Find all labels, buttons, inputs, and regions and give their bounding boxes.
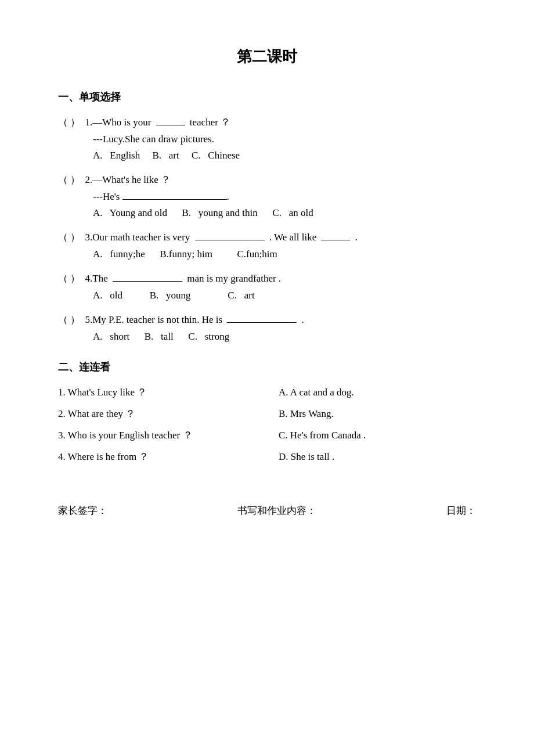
q2-options: A. Young and old B. young and thin C. an… [93,207,476,219]
match-item-2: 2. What are they ？ B. Mrs Wang. [58,407,476,420]
match-right-3: C. He's from Canada . [279,430,476,441]
question-2-stem: （ ） 2.—What's he like ？ [58,173,476,186]
page-title: 第二课时 [58,46,476,67]
q4-blank[interactable] [113,281,182,282]
q3-text3: . [352,232,358,243]
worksheet-footer: 家长签字： 书写和作业内容： 日期： [58,498,476,517]
q1-paren: （ ） [58,116,80,129]
q2-dialog: ---He's . [93,191,476,203]
question-2: （ ） 2.—What's he like ？ ---He's . A. You… [58,173,476,219]
parent-signature-label: 家长签字： [58,504,107,517]
q4-paren: （ ） [58,272,80,285]
match-left-2: 2. What are they ？ [58,407,279,420]
match-item-3: 3. Who is your English teacher ？ C. He's… [58,429,476,442]
q2-paren: （ ） [58,173,80,186]
q4-text1: 4.The [82,273,110,285]
q5-text1: 5.My P.E. teacher is not thin. He is [82,314,225,326]
q1-options: A. English B. art C. Chinese [93,150,476,161]
match-left-1: 1. What's Lucy like ？ [58,386,279,399]
q2-text: 2.—What's he like ？ [82,173,171,186]
q3-blank1[interactable] [195,240,265,240]
question-5: （ ） 5.My P.E. teacher is not thin. He is… [58,313,476,343]
question-5-stem: （ ） 5.My P.E. teacher is not thin. He is… [58,313,476,326]
q3-blank2[interactable] [321,240,350,240]
q5-paren: （ ） [58,313,80,326]
date-label: 日期： [446,504,476,517]
match-list: 1. What's Lucy like ？ A. A cat and a dog… [58,386,476,463]
question-3: （ ） 3.Our math teacher is very . We all … [58,231,476,260]
worksheet-page: 第二课时 一、单项选择 （ ） 1.—Who is your teacher ？… [0,0,534,756]
q5-options: A. short B. tall C. strong [93,331,476,343]
question-3-stem: （ ） 3.Our math teacher is very . We all … [58,231,476,244]
q1-dialog: ---Lucy.She can draw pictures. [93,134,476,145]
question-1-stem: （ ） 1.—Who is your teacher ？ [58,116,476,129]
match-right-1: A. A cat and a dog. [279,387,476,398]
q3-options: A. funny;he B.funny; him C.fun;him [93,249,476,260]
q1-number: 1.—Who is your [82,117,153,128]
match-left-3: 3. Who is your English teacher ？ [58,429,279,442]
q3-text2: . We all like [267,232,319,243]
q2-blank[interactable] [122,199,227,200]
q1-blank[interactable] [156,125,185,125]
q5-blank[interactable] [227,322,297,323]
section2-header: 二、连连看 [58,360,476,374]
match-item-4: 4. Where is he from ？ D. She is tall . [58,450,476,463]
q3-text1: 3.Our math teacher is very [82,232,192,243]
match-right-4: D. She is tall . [279,451,476,463]
q3-paren: （ ） [58,231,80,244]
question-4: （ ） 4.The man is my grandfather . A. old… [58,272,476,301]
q1-text: teacher ？ [187,116,231,129]
match-left-4: 4. Where is he from ？ [58,450,279,463]
q4-options: A. old B. young C. art [93,290,476,301]
homework-content-label: 书写和作业内容： [237,504,316,517]
section2: 二、连连看 1. What's Lucy like ？ A. A cat and… [58,360,476,463]
section1-header: 一、单项选择 [58,90,476,104]
match-item-1: 1. What's Lucy like ？ A. A cat and a dog… [58,386,476,399]
match-right-2: B. Mrs Wang. [279,408,476,420]
q4-text2: man is my grandfather . [185,273,281,285]
q5-text2: . [299,314,304,326]
question-1: （ ） 1.—Who is your teacher ？ ---Lucy.She… [58,116,476,161]
question-4-stem: （ ） 4.The man is my grandfather . [58,272,476,285]
